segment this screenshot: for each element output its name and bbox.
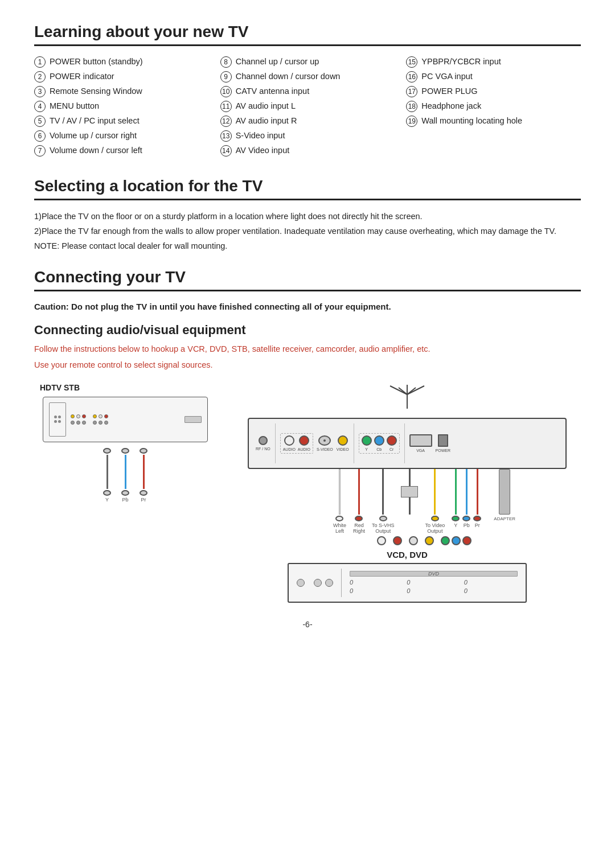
cable-bot-comp-pb <box>462 516 470 521</box>
audio-l-connector <box>284 435 294 446</box>
vcd-dvd-box: DVD 0 0 0 0 0 0 <box>288 563 527 603</box>
vga-label: VGA <box>416 449 425 452</box>
item-num: 19 <box>406 116 417 127</box>
rf-label: RF / NO <box>256 447 270 451</box>
vcd-circle-2 <box>314 579 322 587</box>
cable-lbl-comp-y: Y <box>454 523 457 528</box>
vcd-ypbpr-group <box>441 536 472 545</box>
cable-comp-pb: Pb <box>462 469 470 534</box>
svideo-label: S-VIDEO <box>317 447 333 451</box>
item-row: 19Wall mounting locating hole <box>406 116 581 127</box>
location-title: Selecting a location for the TV <box>34 177 581 195</box>
learning-title: Learning about your new TV <box>34 23 581 41</box>
cable-bot-red <box>355 516 363 521</box>
location-points: 1)Place the TV on the floor or on a stur… <box>34 211 581 252</box>
y-label: Y <box>365 447 368 451</box>
item-text: MENU button <box>50 101 99 110</box>
cable-wire-video <box>434 469 436 515</box>
item-text: YPBPR/YCBCR input <box>421 57 501 66</box>
adapter-body <box>499 469 510 515</box>
pb-connector <box>374 435 384 446</box>
svhs-box-area <box>401 469 418 534</box>
cable-bot-comp-y <box>452 516 460 521</box>
item-num: 10 <box>220 86 232 97</box>
cable-pb: Pb <box>121 448 129 503</box>
vcd-num-grid: 0 0 0 0 0 0 <box>350 579 518 594</box>
vcd-num-2: 0 <box>407 579 460 586</box>
cable-comp-pr: Pr <box>473 469 481 534</box>
cable-wire-red <box>358 469 360 515</box>
vga-connector <box>409 434 432 447</box>
stb-cables: Y Pb Pr <box>103 448 147 503</box>
vcd-conn-pr <box>462 536 472 545</box>
vcd-circle-3 <box>325 579 333 587</box>
cable-wire-comp-y <box>455 469 457 515</box>
item-text: POWER PLUG <box>421 87 477 96</box>
item-row: 16PC VGA input <box>406 71 581 83</box>
item-num: 2 <box>34 71 46 83</box>
cable-wire-pb <box>125 455 126 489</box>
item-text: Volume up / cursor right <box>50 131 137 140</box>
svhs-wire-top <box>409 469 411 486</box>
cable-lbl-comp-pb: Pb <box>464 523 470 528</box>
hdtv-label: HDTV STB <box>34 383 216 392</box>
item-row: 3Remote Sensing Window <box>34 86 209 97</box>
cable-pr: Pr <box>140 448 147 503</box>
svg-line-1 <box>390 386 407 394</box>
antenna-symbol <box>379 383 436 413</box>
item-num: 15 <box>406 56 417 68</box>
pb-label: Cb <box>376 447 382 451</box>
y-connector <box>362 435 372 446</box>
port-group-av: AUDIO AUDIO <box>280 433 313 454</box>
panel-port-audio-l: AUDIO <box>283 435 296 451</box>
stb-right-area <box>184 416 202 423</box>
item-text: AV Video input <box>236 146 290 155</box>
item-num: 13 <box>220 130 232 142</box>
vcd-num-1: 0 <box>350 579 403 586</box>
item-num: 4 <box>34 101 46 112</box>
adapter-label: ADAPTER <box>494 516 515 521</box>
panel-divider-1 <box>275 423 276 463</box>
dvd-slot: DVD <box>350 571 518 577</box>
item-text: AV audio input L <box>236 101 296 110</box>
vcd-connectors-row <box>343 536 472 545</box>
vcd-circles <box>297 579 333 587</box>
item-row: 14AV Video input <box>220 145 395 157</box>
vcd-right-area: DVD 0 0 0 0 0 0 <box>350 571 518 594</box>
item-row: 8Channel up / cursor up <box>220 56 395 68</box>
cable-connector-top-pb <box>121 448 129 454</box>
cable-connector-top-pr <box>140 448 147 454</box>
cable-lbl-red: RedRight <box>353 523 365 534</box>
stb-inner-left <box>49 402 66 437</box>
cable-wire-pr <box>143 455 145 489</box>
tv-panel-section: RF / NO AUDIO AUDIO <box>233 383 581 603</box>
vcd-num-5: 0 <box>407 587 460 594</box>
item-row: 12AV audio input R <box>220 116 395 127</box>
cable-comp-y: Y <box>452 469 460 534</box>
hdtv-stb-section: HDTV STB <box>34 383 216 503</box>
item-text: Headphone jack <box>421 101 481 110</box>
connecting-title: Connecting your TV <box>34 268 581 286</box>
item-text: AV audio input R <box>236 116 297 125</box>
panel-divider-2 <box>354 423 354 463</box>
item-num: 3 <box>34 86 46 97</box>
cable-wire-y <box>106 455 108 489</box>
pr-connector <box>387 435 397 446</box>
location-section: Selecting a location for the TV 1)Place … <box>34 177 581 252</box>
tv-to-vcd-cables: WhiteLeft RedRight To S-VHSOutput <box>299 469 515 534</box>
panel-port-audio-r: AUDIO <box>298 435 310 451</box>
item-text: TV / AV / PC input select <box>50 116 140 125</box>
vcd-conn-white <box>377 536 386 545</box>
item-text: Wall mounting locating hole <box>421 116 522 125</box>
vcd-svideo-group <box>409 536 418 545</box>
port-row-av: AUDIO AUDIO <box>283 435 310 451</box>
vcd-conn-yellow <box>425 536 434 545</box>
item-text: S-Video input <box>236 131 285 140</box>
cable-video: To VideoOutput <box>425 469 445 534</box>
location-point: 1)Place the TV on the floor or on a stur… <box>34 211 581 223</box>
item-num: 12 <box>220 116 232 127</box>
connecting-section: Connecting your TV Caution: Do not plug … <box>34 268 581 603</box>
item-row: 10CATV antenna input <box>220 86 395 97</box>
pr-label: Cr <box>390 447 393 451</box>
location-divider <box>34 199 581 200</box>
